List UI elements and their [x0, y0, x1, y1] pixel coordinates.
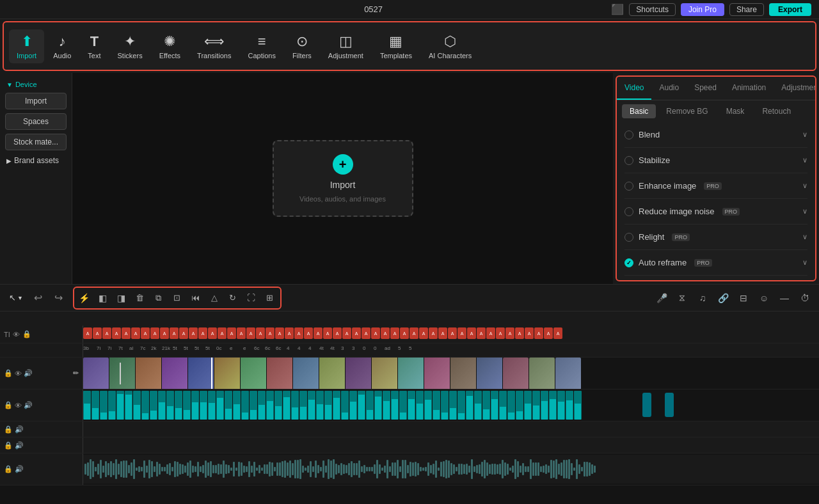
- timer-button[interactable]: ⏱: [796, 289, 814, 307]
- tab-adjustment[interactable]: Adjustmen: [774, 77, 815, 100]
- track-volume-audio1[interactable]: 🔊: [24, 401, 33, 409]
- toolbar-item-effects[interactable]: ✺ Effects: [152, 29, 188, 63]
- track-volume-4[interactable]: 🔊: [15, 441, 24, 450]
- track-visibility-video[interactable]: 👁: [15, 370, 22, 377]
- auto-reframe-toggle[interactable]: ✓: [624, 258, 633, 267]
- split-at-playhead-button[interactable]: ⚡: [76, 289, 93, 307]
- right-panel: Video Audio Speed Animation Adjustmen › …: [616, 75, 816, 281]
- screen-icon[interactable]: ⬛: [611, 3, 624, 15]
- toolbar-item-captions[interactable]: ≡ Captions: [240, 29, 283, 63]
- sidebar-item-brand-assets[interactable]: ▶ Brand assets: [0, 152, 72, 169]
- stabilize-toggle[interactable]: [624, 156, 633, 165]
- audio-track-button[interactable]: ♫: [694, 289, 712, 307]
- track-lock-4[interactable]: 🔒: [4, 441, 13, 450]
- toolbar-item-audio[interactable]: ♪ Audio: [45, 29, 79, 63]
- sidebar-device-header[interactable]: ▼ Device: [0, 78, 72, 91]
- ti-label: TI: [4, 331, 10, 338]
- track-content-audio1[interactable]: for(let i=0;i<60;i++){ document.write('<…: [83, 390, 819, 421]
- track-lock-text[interactable]: 🔒: [22, 330, 31, 338]
- shortcuts-button[interactable]: Shortcuts: [629, 3, 676, 16]
- delete-button[interactable]: 🗑: [131, 289, 149, 307]
- undo-button[interactable]: ↩: [29, 289, 47, 307]
- enhance-toggle[interactable]: [624, 182, 633, 191]
- reduce-noise-chevron[interactable]: ∨: [802, 207, 807, 216]
- tab-video[interactable]: Video: [617, 77, 651, 100]
- track-audio-video[interactable]: 🔊: [24, 369, 33, 377]
- split-right-button[interactable]: ◨: [113, 289, 131, 307]
- track-controls-main-audio: 🔒 🔊: [0, 453, 83, 485]
- toolbar-item-ai-characters[interactable]: ⬡ AI Characters: [421, 29, 479, 63]
- play-reverse-button[interactable]: ⏮: [187, 289, 205, 307]
- toolbar-item-text[interactable]: T Text: [80, 29, 108, 63]
- emoji-button[interactable]: ☺: [755, 289, 773, 307]
- blend-chevron[interactable]: ∨: [802, 130, 807, 139]
- toolbar-item-import[interactable]: ⬆ Import: [9, 29, 44, 63]
- tab-audio[interactable]: Audio: [651, 77, 687, 100]
- track-lock-audio1[interactable]: 🔒: [4, 401, 13, 409]
- track-lock-video[interactable]: 🔒: [4, 369, 13, 377]
- toolbar-item-adjustment[interactable]: ◫ Adjustment: [321, 29, 371, 63]
- track-controls-audio1: 🔒 👁 🔊: [0, 390, 83, 421]
- sidebar-item-import[interactable]: Import: [5, 93, 67, 109]
- stabilize-label: Stabilize: [639, 155, 797, 165]
- adjustment-label: Adjustment: [328, 52, 363, 59]
- link-button[interactable]: 🔗: [714, 289, 732, 307]
- track-volume-main-audio[interactable]: 🔊: [15, 465, 24, 473]
- paste-button[interactable]: ⊡: [168, 289, 186, 307]
- copy-button[interactable]: ⧉: [150, 289, 168, 307]
- split-left-button[interactable]: ◧: [94, 289, 112, 307]
- split-view-button[interactable]: ⊟: [735, 289, 752, 307]
- export-button[interactable]: Export: [769, 3, 811, 16]
- sub-tab-retouch[interactable]: Retouch: [754, 104, 799, 118]
- mic-button[interactable]: 🎤: [653, 289, 671, 307]
- reduce-noise-toggle[interactable]: [624, 207, 633, 216]
- select-chevron-icon: ▼: [17, 295, 23, 301]
- track-edit-video[interactable]: ✏: [73, 369, 79, 377]
- toolbar-item-transitions[interactable]: ⟺ Transitions: [189, 29, 239, 63]
- panel-row-stabilize: Stabilize ∨: [624, 148, 807, 173]
- sub-tabs: Basic Remove BG Mask Retouch: [617, 100, 815, 122]
- relight-chevron[interactable]: ∨: [802, 233, 807, 241]
- rotate-button[interactable]: ↻: [224, 289, 242, 307]
- tab-animation[interactable]: Animation: [724, 77, 774, 100]
- transitions-icon: ⟺: [204, 33, 225, 50]
- sidebar-item-stock[interactable]: Stock mate...: [5, 134, 67, 150]
- relight-toggle[interactable]: [624, 233, 633, 242]
- import-drop-area[interactable]: + Import Videos, audios, and images: [273, 140, 413, 217]
- join-pro-button[interactable]: Join Pro: [681, 3, 724, 16]
- sub-tab-mask[interactable]: Mask: [719, 104, 752, 118]
- track-visibility-audio1[interactable]: 👁: [15, 402, 22, 409]
- toolbar-item-stickers[interactable]: ✦ Stickers: [110, 29, 150, 63]
- dash-button[interactable]: —: [775, 289, 793, 307]
- sidebar-item-spaces[interactable]: Spaces: [5, 113, 67, 130]
- stabilize-chevron[interactable]: ∨: [802, 156, 807, 164]
- select-tool[interactable]: ↖ ▼: [5, 290, 27, 305]
- crop-button[interactable]: ⛶: [243, 289, 260, 307]
- share-button[interactable]: Share: [729, 3, 764, 16]
- toolbar-item-filters[interactable]: ⊙ Filters: [285, 29, 319, 63]
- redo-button[interactable]: ↪: [50, 289, 68, 307]
- track-content-main-video[interactable]: [83, 358, 819, 389]
- auto-reframe-chevron[interactable]: ∨: [802, 258, 807, 267]
- import-label: Import: [17, 52, 36, 59]
- blend-label: Blend: [639, 130, 797, 139]
- track-content-3[interactable]: [83, 421, 819, 437]
- track-volume-3[interactable]: 🔊: [15, 425, 24, 434]
- sub-tab-remove-bg[interactable]: Remove BG: [658, 104, 715, 118]
- clip-speed-button[interactable]: ⧖: [673, 289, 691, 307]
- track-lock-main-audio[interactable]: 🔒: [4, 465, 13, 473]
- toolbar-item-templates[interactable]: ▦ Templates: [372, 29, 420, 63]
- track-lock-3[interactable]: 🔒: [4, 425, 13, 434]
- flip-button[interactable]: △: [205, 289, 223, 307]
- track-content-main-audio[interactable]: for(let i=0;i<200;i++){ const h = Math.r…: [83, 453, 819, 485]
- blend-toggle[interactable]: [624, 130, 633, 139]
- replace-button[interactable]: ⊞: [261, 289, 279, 307]
- panel-row-blend: Blend ∨: [624, 122, 807, 148]
- track-audio-1: 🔒 👁 🔊 for(let i=0;i<60;i++){ document.wr…: [0, 390, 819, 421]
- sub-tab-basic[interactable]: Basic: [622, 104, 656, 118]
- enhance-chevron[interactable]: ∨: [802, 182, 807, 190]
- track-content-4[interactable]: [83, 437, 819, 453]
- tab-speed[interactable]: Speed: [687, 77, 724, 100]
- track-visibility-text[interactable]: 👁: [13, 331, 20, 338]
- track-4: 🔒 🔊: [0, 437, 819, 453]
